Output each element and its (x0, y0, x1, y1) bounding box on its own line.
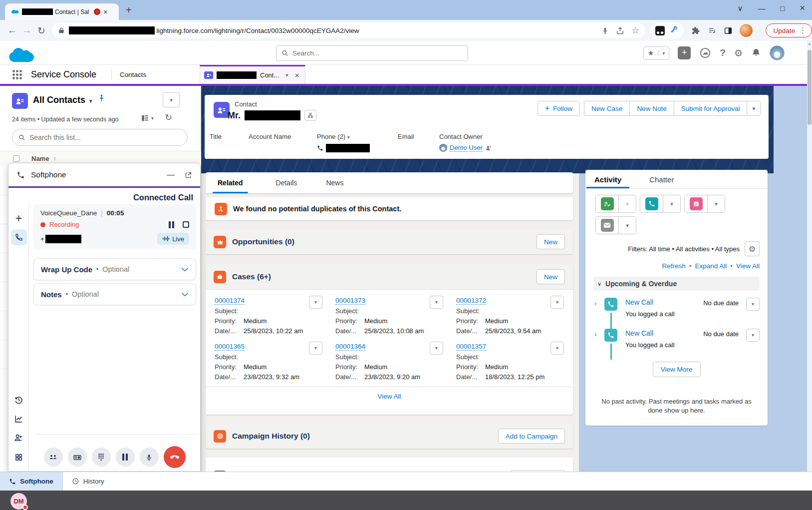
tab-related[interactable]: Related (218, 172, 243, 193)
notifications-bell-icon[interactable] (751, 47, 761, 58)
softphone-popout-icon[interactable] (185, 171, 192, 179)
case-number-link[interactable]: 00001357 (456, 343, 486, 351)
view-hierarchy-button[interactable] (304, 110, 316, 121)
new-note-button[interactable]: New Note (629, 101, 673, 116)
end-call-button[interactable] (164, 446, 186, 468)
more-actions-dropdown-icon[interactable]: ▾ (747, 101, 761, 116)
expand-chevron-icon[interactable] (181, 267, 189, 272)
case-actions-dropdown-icon[interactable]: ▾ (550, 342, 564, 355)
expand-item-icon[interactable]: › (594, 299, 597, 307)
timeline-item-dropdown-icon[interactable]: ▾ (746, 329, 760, 342)
new-case-button[interactable]: New Case (584, 101, 629, 116)
list-refresh-icon[interactable]: ↻ (165, 112, 172, 123)
media-controls-icon[interactable] (707, 26, 717, 35)
window-maximize-icon[interactable]: □ (780, 4, 785, 12)
workspace-tab-close-icon[interactable]: × (295, 71, 299, 79)
page-scrollbar[interactable]: ▲ (807, 41, 812, 491)
active-call-tab-icon[interactable] (11, 229, 27, 245)
mic-icon[interactable] (601, 26, 609, 35)
tab-details[interactable]: Details (276, 172, 297, 193)
conference-button[interactable] (44, 448, 63, 467)
dialpad-button[interactable] (92, 448, 111, 467)
view-more-button[interactable]: View More (653, 362, 701, 377)
email-dropdown-icon[interactable]: ▾ (618, 217, 636, 234)
list-view-title[interactable]: All Contacts▾ (33, 95, 92, 105)
global-actions-icon[interactable]: + (678, 46, 691, 59)
bookmark-star-icon[interactable]: ☆ (631, 25, 639, 36)
share-icon[interactable] (616, 26, 624, 35)
case-actions-dropdown-icon[interactable]: ▾ (309, 342, 322, 355)
utility-history-tab[interactable]: History (63, 472, 113, 491)
email-button[interactable] (596, 217, 618, 234)
display-as-button[interactable]: ▾ (141, 114, 154, 122)
case-number-link[interactable]: 00001373 (335, 297, 365, 305)
new-task-button[interactable] (596, 195, 618, 212)
case-number-link[interactable]: 00001365 (215, 343, 245, 351)
task-dropdown-icon[interactable]: ▾ (618, 195, 636, 212)
stop-recording-icon[interactable] (183, 221, 189, 228)
list-view-controls-button[interactable]: ▾ (163, 92, 180, 107)
timeline-item-link[interactable]: New Call (625, 329, 653, 337)
browser-tab[interactable]: Contact | Sal × (5, 3, 119, 20)
scrollbar-thumb[interactable] (808, 50, 812, 125)
case-number-link[interactable]: 00001364 (335, 343, 365, 351)
new-opportunity-button[interactable]: New (537, 234, 565, 249)
case-actions-dropdown-icon[interactable]: ▾ (430, 342, 443, 355)
view-all-link[interactable]: View All (736, 262, 760, 270)
pin-icon[interactable] (98, 94, 105, 102)
extension-bw-icon[interactable] (655, 26, 665, 35)
live-transcript-chip[interactable]: Live (157, 233, 189, 245)
browser-menu-kebab-icon[interactable]: ⋮ (799, 26, 807, 35)
cases-view-all-link[interactable]: View All (206, 387, 573, 406)
new-call-plus-icon[interactable]: + (8, 211, 29, 225)
setup-gear-icon[interactable]: ⚙ (734, 47, 743, 59)
list-search-input[interactable] (29, 133, 181, 141)
update-button[interactable]: Update ⋮ (766, 23, 812, 37)
favorites-star-icon[interactable]: ★ (644, 49, 658, 57)
back-button[interactable]: ← (5, 25, 19, 36)
agent-avatar[interactable]: DM (10, 493, 27, 510)
new-event-button[interactable] (685, 195, 707, 212)
window-close-icon[interactable]: × (800, 3, 805, 13)
timeline-item-dropdown-icon[interactable]: ▾ (746, 298, 760, 311)
record-device-button[interactable] (68, 448, 87, 467)
app-launcher-icon[interactable] (12, 69, 22, 79)
contacts-icon[interactable] (8, 433, 29, 443)
workspace-tab-contact[interactable]: Cont... ▾ × (200, 65, 305, 84)
user-avatar[interactable] (770, 45, 785, 60)
browser-profile-avatar[interactable] (740, 24, 753, 37)
tab-search-icon[interactable]: ∨ (737, 4, 743, 13)
owner-link[interactable]: Demo User (450, 144, 483, 152)
extension-key-icon[interactable] (670, 26, 679, 35)
log-call-dropdown-icon[interactable]: ▾ (663, 195, 680, 212)
nav-tab-contacts[interactable]: Contacts (120, 71, 180, 78)
apps-grid-icon[interactable] (8, 453, 29, 462)
favorites-dropdown-icon[interactable]: ▾ (658, 50, 669, 56)
expand-all-link[interactable]: Expand All (695, 262, 727, 270)
softphone-minimize-icon[interactable]: — (167, 170, 175, 179)
analytics-icon[interactable] (8, 414, 29, 424)
sort-ascending-icon[interactable]: ↑ (53, 155, 56, 162)
tab-close-icon[interactable]: × (103, 7, 108, 16)
hold-button[interactable] (116, 448, 135, 467)
call-history-icon[interactable] (8, 395, 29, 405)
phone-dropdown-icon[interactable]: ▾ (347, 134, 350, 140)
new-tab-button[interactable]: + (126, 4, 132, 16)
expand-chevron-icon[interactable] (181, 292, 189, 297)
new-case-related-button[interactable]: New (537, 269, 565, 284)
submit-for-approval-button[interactable]: Submit for Approval (674, 101, 747, 116)
side-panel-icon[interactable] (724, 26, 733, 35)
case-number-link[interactable]: 00001372 (456, 297, 486, 305)
help-icon[interactable]: ? (720, 47, 726, 58)
add-to-campaign-button[interactable]: Add to Campaign (498, 429, 565, 444)
reload-button[interactable]: ↻ (34, 25, 48, 36)
list-search[interactable] (12, 129, 188, 146)
case-actions-dropdown-icon[interactable]: ▾ (550, 296, 564, 309)
mute-mic-button[interactable] (140, 448, 159, 467)
follow-button[interactable]: +Follow (538, 101, 580, 116)
column-name[interactable]: Name (31, 155, 49, 162)
wrap-up-code-section[interactable]: Wrap Up Code • Optional (33, 258, 196, 280)
workspace-tab-dropdown-icon[interactable]: ▾ (285, 72, 288, 78)
case-actions-dropdown-icon[interactable]: ▾ (309, 296, 322, 309)
new-event-dropdown-icon[interactable]: ▾ (707, 195, 725, 212)
